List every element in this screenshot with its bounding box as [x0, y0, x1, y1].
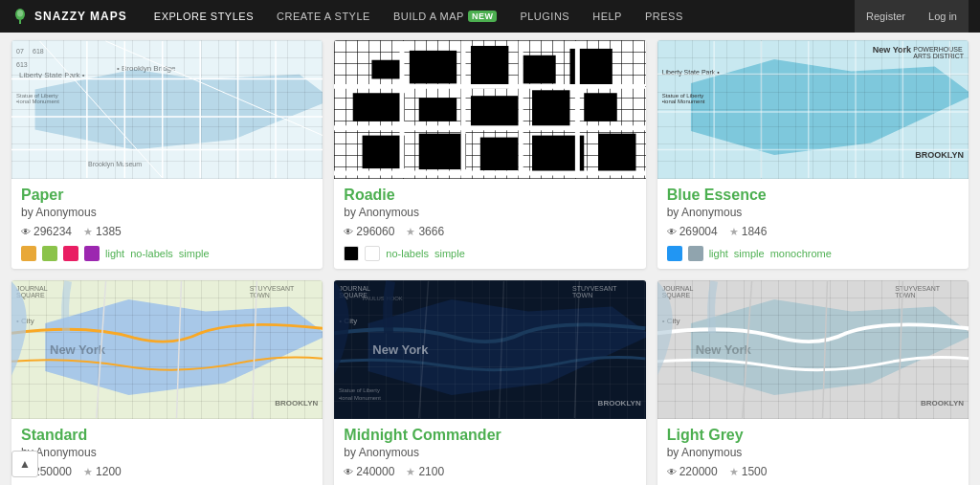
- tag-light[interactable]: light: [709, 248, 728, 259]
- eye-icon: [344, 465, 353, 478]
- dark-stars: 2100: [406, 465, 444, 478]
- card-roadie-stats: 296060 3666: [344, 225, 635, 238]
- card-dark-author: by Anonymous: [344, 446, 635, 459]
- svg-rect-22: [532, 90, 569, 127]
- svg-rect-28: [598, 134, 635, 173]
- card-blue-tags: light simple monochrome: [667, 246, 959, 261]
- star-icon: [83, 465, 93, 478]
- card-roadie-title: Roadie: [344, 187, 635, 204]
- card-grey-title: Light Grey: [667, 427, 959, 444]
- nav-help[interactable]: HELP: [581, 0, 634, 33]
- svg-point-1: [17, 11, 23, 17]
- swatch-grey: [688, 246, 703, 261]
- star-icon: [83, 225, 93, 238]
- nav-auth: Register Log in: [855, 0, 969, 33]
- card-blue-title: Blue Essence: [667, 187, 959, 204]
- card-roadie-author: by Anonymous: [344, 206, 635, 219]
- card-standard-info: Standard by Anonymous 250000 1200 standa…: [11, 419, 323, 485]
- blue-views: 269004: [667, 225, 718, 238]
- dark-views: 240000: [344, 465, 394, 478]
- star-icon: [729, 465, 739, 478]
- nav-explore-styles[interactable]: EXPLORE STYLES: [143, 0, 265, 33]
- card-paper-thumb: 07 618 613 Liberty State Park • Statue o…: [11, 40, 323, 179]
- tag-simple[interactable]: simple: [434, 248, 465, 259]
- eye-icon: [344, 225, 353, 238]
- card-standard-thumb: JOURNALSQUARE STUYVESANTTOWN • City New …: [11, 280, 323, 419]
- site-logo[interactable]: SNAZZY MAPS: [11, 8, 127, 25]
- svg-line-13: [106, 41, 323, 136]
- card-paper[interactable]: 07 618 613 Liberty State Park • Statue o…: [11, 40, 323, 269]
- card-standard-stats: 250000 1200: [21, 465, 313, 478]
- card-blue-stats: 269004 1846: [667, 225, 959, 238]
- tag-mono[interactable]: monochrome: [770, 248, 832, 259]
- navbar: SNAZZY MAPS EXPLORE STYLES CREATE A STYL…: [0, 0, 980, 33]
- card-grey[interactable]: JOURNALSQUARE STUYVESANTTOWN • City New …: [657, 280, 969, 485]
- login-button[interactable]: Log in: [917, 0, 969, 33]
- svg-rect-16: [471, 46, 508, 88]
- paper-views: 296234: [21, 225, 72, 238]
- card-paper-author: by Anonymous: [21, 206, 313, 219]
- nav-press[interactable]: PRESS: [634, 0, 695, 33]
- card-grey-info: Light Grey by Anonymous 220000 1500 ligh…: [657, 419, 969, 485]
- eye-icon: [667, 225, 677, 238]
- paper-stars: 1385: [83, 225, 122, 238]
- tag-light[interactable]: light: [105, 248, 124, 259]
- card-blue-thumb: POWERHOUSEARTS DISTRICT New York Liberty…: [657, 40, 969, 179]
- card-grey-author: by Anonymous: [667, 446, 959, 459]
- svg-rect-19: [353, 93, 405, 121]
- star-icon: [729, 225, 739, 238]
- scroll-up-button[interactable]: ▲: [11, 451, 38, 477]
- svg-rect-21: [471, 96, 518, 129]
- star-icon: [406, 465, 415, 478]
- register-button[interactable]: Register: [855, 0, 917, 33]
- card-grey-stats: 220000 1500: [667, 465, 959, 478]
- card-paper-info: Paper by Anonymous 296234 1385 light no-…: [11, 179, 323, 269]
- nav-plugins[interactable]: PLUGINS: [508, 0, 581, 33]
- eye-icon: [21, 225, 31, 238]
- grey-views: 220000: [667, 465, 718, 478]
- card-roadie[interactable]: Roadie by Anonymous 296060 3666 no-label…: [334, 40, 645, 269]
- nav-build-map[interactable]: BUILD A MAP NEW: [382, 0, 508, 33]
- card-dark-stats: 240000 2100: [344, 465, 635, 478]
- card-standard-author: by Anonymous: [21, 446, 313, 459]
- card-grey-thumb: JOURNALSQUARE STUYVESANTTOWN • City New …: [657, 280, 969, 419]
- card-roadie-thumb: [334, 40, 645, 179]
- cards-grid: 07 618 613 Liberty State Park • Statue o…: [0, 33, 980, 485]
- svg-rect-15: [410, 51, 457, 84]
- card-dark[interactable]: JOURNALSQUARE STUYVESANTTOWN • City New …: [334, 280, 645, 485]
- card-dark-title: Midnight Commander: [344, 427, 635, 444]
- svg-rect-23: [585, 93, 618, 121]
- roadie-views: 296060: [344, 225, 394, 238]
- card-blue-author: by Anonymous: [667, 206, 959, 219]
- card-paper-title: Paper: [21, 187, 313, 204]
- swatch-2: [42, 246, 57, 261]
- standard-stars: 1200: [83, 465, 122, 478]
- tag-nolabels[interactable]: no-labels: [386, 248, 429, 259]
- svg-rect-25: [419, 134, 466, 169]
- card-blue-info: Blue Essence by Anonymous 269004 1846 li…: [657, 179, 969, 269]
- tag-simple[interactable]: simple: [179, 248, 210, 259]
- swatch-3: [63, 246, 78, 261]
- logo-text: SNAZZY MAPS: [34, 10, 127, 23]
- card-standard-title: Standard: [21, 427, 313, 444]
- tag-nolabels[interactable]: no-labels: [130, 248, 173, 259]
- tag-simple[interactable]: simple: [734, 248, 765, 259]
- svg-rect-24: [363, 136, 405, 169]
- card-dark-info: Midnight Commander by Anonymous 240000 2…: [334, 419, 645, 485]
- swatch-black: [344, 246, 359, 261]
- card-roadie-tags: no-labels simple: [344, 246, 635, 261]
- card-blue-essence[interactable]: POWERHOUSEARTS DISTRICT New York Liberty…: [657, 40, 969, 269]
- swatch-4: [84, 246, 100, 261]
- nav-create-style[interactable]: CREATE A STYLE: [265, 0, 382, 33]
- card-roadie-info: Roadie by Anonymous 296060 3666 no-label…: [334, 179, 645, 269]
- svg-line-12: [40, 41, 163, 178]
- svg-text:PAULUS HOOK: PAULUS HOOK: [363, 296, 403, 301]
- blue-stars: 1846: [729, 225, 768, 238]
- svg-rect-17: [523, 55, 556, 84]
- card-paper-stats: 296234 1385: [21, 225, 313, 238]
- new-badge: NEW: [468, 11, 498, 22]
- card-standard[interactable]: JOURNALSQUARE STUYVESANTTOWN • City New …: [11, 280, 323, 485]
- svg-text:Statue of Liberty: Statue of Liberty: [339, 387, 380, 393]
- svg-rect-14: [372, 60, 401, 79]
- svg-rect-20: [419, 98, 457, 121]
